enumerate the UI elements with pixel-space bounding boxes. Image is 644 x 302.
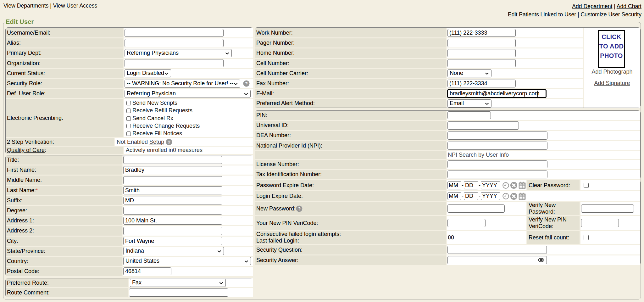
svg-text:?: ? — [168, 139, 170, 144]
svg-text:?: ? — [245, 81, 248, 86]
svg-text:?: ? — [298, 206, 301, 211]
